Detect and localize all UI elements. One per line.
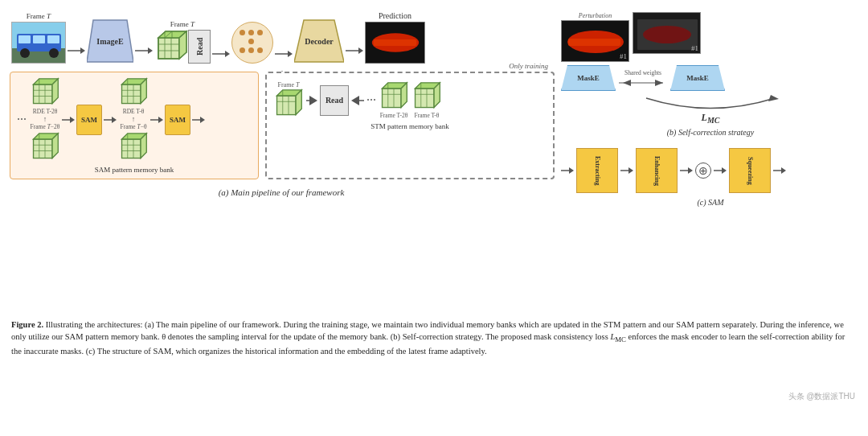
svg-rect-61 — [122, 139, 141, 158]
bottom-banks: ··· — [10, 72, 555, 179]
prediction-label: Prediction — [379, 11, 411, 20]
sam-cube-1 — [30, 77, 60, 108]
decoder-label: Decoder — [305, 37, 334, 46]
sam-arrow-1 — [62, 115, 75, 125]
figure-caption-text: Illustrating the architectures: (a) The … — [11, 320, 845, 356]
sam-arrow-3 — [150, 115, 163, 125]
stm-arrow-right — [351, 96, 364, 105]
stm-bank: Only training Frame T — [265, 72, 555, 179]
svg-marker-69 — [158, 117, 163, 123]
bus-image — [11, 22, 66, 64]
svg-marker-27 — [288, 51, 293, 57]
sam-bank: ··· — [10, 72, 259, 179]
sam-arrow-2 — [104, 115, 117, 125]
arrow-2 — [135, 46, 153, 56]
maske-row: MaskE Shared weights MaskE — [561, 65, 860, 91]
svg-marker-102 — [623, 80, 631, 86]
sam-blocks-row: Extracting Enhancing — [561, 148, 860, 193]
svg-marker-103 — [768, 95, 779, 101]
imageE-label: ImageE — [96, 37, 123, 46]
svg-point-7 — [49, 48, 59, 58]
stm-frame-t: Frame T — [278, 81, 300, 88]
svg-rect-5 — [47, 35, 59, 43]
sam-out-arrow — [773, 166, 786, 175]
svg-rect-82 — [383, 88, 402, 108]
sam-arrow-ext-enh — [620, 166, 633, 175]
stm-bank-title: STM pattern memory bank — [273, 122, 547, 130]
svg-point-99 — [643, 26, 691, 43]
read-box-top: Read — [188, 30, 211, 64]
prediction-image — [365, 22, 425, 64]
perturbation-label: Perturbation — [579, 12, 612, 19]
extracting-block: Extracting — [576, 148, 618, 193]
sam-structure-panel: Extracting Enhancing — [561, 148, 860, 207]
self-correction-caption: (b) Self-correction strategy — [561, 128, 860, 137]
frame-t-label-top: Frame T — [27, 12, 51, 20]
imageE-block: ImageE — [87, 19, 133, 64]
svg-marker-51 — [70, 117, 75, 123]
sam-arrow-plus-sq — [714, 166, 727, 175]
svg-rect-88 — [416, 88, 435, 108]
svg-rect-96 — [568, 39, 620, 46]
svg-rect-54 — [122, 84, 141, 104]
self-correction-panel: Perturbation #1 — [561, 12, 860, 137]
stm-frame-1: Frame T-2θ — [380, 112, 408, 119]
svg-marker-25 — [225, 51, 230, 57]
enhancing-block: Enhancing — [636, 148, 678, 193]
stm-cube-1 — [379, 81, 409, 112]
stm-arrow-left — [306, 96, 317, 105]
sam-box-1: SAM — [76, 105, 102, 135]
stm-cube-2 — [411, 81, 442, 112]
perturb-img-2: #1 — [633, 12, 701, 54]
svg-marker-105 — [569, 167, 574, 174]
svg-point-6 — [20, 48, 30, 58]
figure-caption: Figure 2. Illustrating the architectures… — [0, 314, 868, 360]
svg-marker-80 — [351, 96, 359, 105]
stm-frame-2: Frame T-θ — [415, 112, 440, 119]
perturb-images-row: Perturbation #1 — [561, 12, 860, 62]
svg-marker-53 — [112, 117, 117, 123]
shared-arrow — [619, 78, 667, 88]
sam-bank-title: SAM pattern memory bank — [17, 166, 252, 174]
left-panel: Frame T — [8, 8, 555, 314]
plus-circle: ⊕ — [695, 162, 711, 179]
svg-marker-71 — [200, 117, 205, 123]
main-pipeline: Frame T — [8, 8, 555, 314]
svg-rect-33 — [374, 39, 417, 46]
cube-1 — [154, 30, 188, 64]
sam-bank-row: ··· — [17, 77, 252, 162]
svg-marker-107 — [628, 167, 633, 174]
svg-rect-4 — [33, 35, 45, 43]
svg-marker-12 — [148, 47, 153, 54]
frame-t-cube-label: Frame T — [170, 20, 194, 28]
sam-cube-1b — [30, 132, 60, 162]
arrow-5 — [346, 46, 363, 56]
right-panel: Perturbation #1 — [561, 8, 860, 314]
svg-rect-3 — [18, 35, 31, 43]
hash-1: #1 — [620, 52, 627, 60]
svg-marker-30 — [358, 47, 363, 54]
sam-in-arrow — [561, 166, 574, 175]
diagram-area: Frame T — [0, 0, 868, 314]
arrow-3 — [212, 49, 230, 59]
stm-read-box: Read — [320, 85, 349, 116]
lmc-label: LMC — [561, 112, 860, 125]
main-pipeline-caption: (a) Main pipeline of our framework — [8, 184, 555, 200]
svg-rect-13 — [158, 38, 179, 59]
hash-2: #1 — [691, 44, 698, 52]
svg-marker-101 — [655, 80, 663, 86]
perturb-img-1: #1 — [561, 20, 629, 62]
shared-weights-label: Shared weights — [624, 69, 661, 76]
arrow-1 — [68, 46, 85, 56]
svg-rect-43 — [34, 139, 53, 158]
sam-box-2: SAM — [165, 105, 190, 135]
svg-marker-113 — [781, 167, 786, 174]
stm-cube-top — [273, 88, 304, 119]
svg-marker-111 — [722, 167, 727, 174]
svg-marker-9 — [80, 47, 85, 54]
only-training-label: Only training — [509, 62, 548, 70]
ellipsis-1: ··· — [17, 113, 27, 127]
svg-marker-109 — [688, 167, 693, 174]
figure-number: Figure 2. — [11, 320, 43, 329]
arrow-4 — [275, 49, 293, 59]
